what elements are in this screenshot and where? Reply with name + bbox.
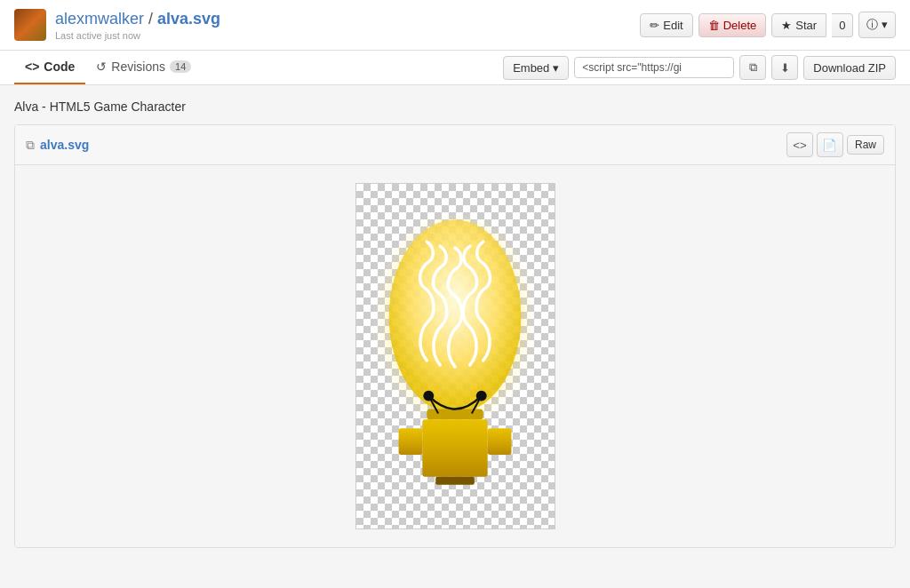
svg-rect-4: [398, 428, 422, 455]
star-label: Star: [795, 19, 817, 32]
svg-preview-container: [355, 183, 555, 529]
edit-label: Edit: [663, 19, 682, 32]
star-button[interactable]: ★ Star: [771, 13, 826, 37]
tab-revisions[interactable]: ↺ Revisions 14: [85, 51, 202, 84]
file-code-icon: <>: [793, 139, 807, 152]
download-zip-label: Download ZIP: [813, 61, 886, 75]
svg-rect-2: [427, 409, 483, 419]
svg-rect-3: [422, 419, 487, 476]
svg-point-10: [475, 391, 486, 401]
header-left: alexmwalker / alva.svg Last active just …: [14, 9, 220, 41]
raw-label: Raw: [855, 139, 876, 151]
repo-link[interactable]: alva.svg: [157, 10, 220, 28]
revisions-count-badge: 14: [170, 60, 191, 73]
raw-button[interactable]: Raw: [847, 135, 884, 155]
file-header-left: ⧉ alva.svg: [26, 138, 89, 153]
edit-button[interactable]: ✏ Edit: [640, 13, 692, 37]
file-code-button[interactable]: <>: [786, 132, 813, 157]
tabs-bar: <> Code ↺ Revisions 14 Embed ▾ <script s…: [0, 51, 910, 85]
tabs-right: Embed ▾ <script src="https://gi ⧉ ⬇ Down…: [503, 55, 896, 80]
edit-icon: ✏: [650, 19, 659, 32]
file-header: ⧉ alva.svg <> 📄 Raw: [15, 125, 895, 165]
embed-chevron-icon: ▾: [553, 61, 559, 75]
file-doc-button[interactable]: 📄: [817, 132, 843, 157]
file-doc-icon: 📄: [822, 139, 837, 152]
delete-button[interactable]: 🗑 Delete: [698, 13, 767, 37]
tabs-left: <> Code ↺ Revisions 14: [14, 51, 202, 84]
last-active-text: Last active just now: [55, 30, 220, 41]
info-button[interactable]: ⓘ ▾: [858, 12, 896, 38]
file-preview: [15, 165, 895, 547]
star-icon: ★: [781, 19, 792, 32]
copy-button[interactable]: ⧉: [739, 55, 766, 80]
page-description: Alva - HTML5 Game Character: [14, 99, 896, 114]
embed-button[interactable]: Embed ▾: [503, 56, 569, 80]
svg-artwork: [356, 184, 555, 528]
tab-code[interactable]: <> Code: [14, 51, 85, 84]
delete-label: Delete: [723, 19, 757, 32]
code-bracket-icon: <>: [25, 60, 39, 74]
download-button[interactable]: ⬇: [771, 55, 798, 80]
file-card: ⧉ alva.svg <> 📄 Raw: [14, 124, 896, 548]
svg-point-9: [423, 391, 434, 401]
copy-icon: ⧉: [749, 60, 757, 75]
embed-label: Embed: [513, 61, 549, 75]
revisions-icon: ↺: [96, 60, 107, 74]
star-count: 0: [832, 13, 853, 37]
file-type-icon: ⧉: [26, 138, 35, 153]
delete-icon: 🗑: [708, 19, 720, 32]
svg-rect-5: [487, 428, 511, 455]
slash: /: [144, 10, 157, 28]
repo-name: alexmwalker / alva.svg: [55, 10, 220, 28]
header: alexmwalker / alva.svg Last active just …: [0, 0, 910, 51]
embed-script-input[interactable]: <script src="https://gi: [574, 57, 734, 78]
embed-script-text: <script src="https://gi: [582, 61, 682, 74]
content-area: Alva - HTML5 Game Character ⧉ alva.svg <…: [0, 85, 910, 562]
download-icon: ⬇: [780, 61, 790, 75]
file-header-right: <> 📄 Raw: [786, 132, 884, 157]
tab-revisions-label: Revisions: [111, 60, 165, 74]
file-name-link[interactable]: alva.svg: [40, 138, 89, 152]
tab-code-label: Code: [44, 60, 75, 74]
user-link[interactable]: alexmwalker: [55, 10, 144, 28]
info-icon: ⓘ ▾: [866, 17, 888, 33]
download-zip-button[interactable]: Download ZIP: [803, 56, 896, 80]
avatar-image: [14, 9, 46, 41]
header-right: ✏ Edit 🗑 Delete ★ Star 0 ⓘ ▾: [640, 12, 896, 38]
repo-title: alexmwalker / alva.svg Last active just …: [55, 10, 220, 41]
avatar: [14, 9, 46, 41]
svg-rect-6: [435, 477, 475, 485]
